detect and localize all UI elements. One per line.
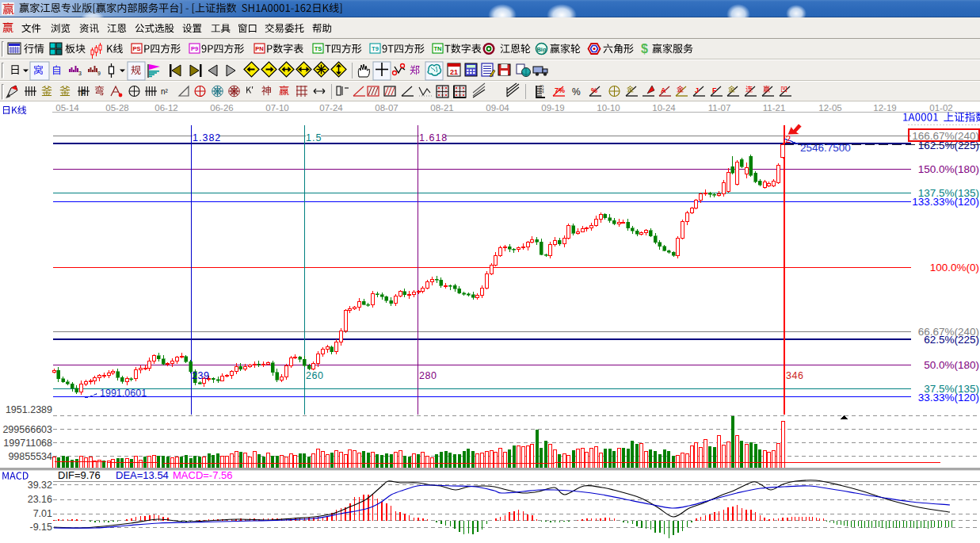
- svg-text:21: 21: [450, 68, 458, 76]
- svg-text:05-14: 05-14: [55, 103, 79, 113]
- svg-text:08-07: 08-07: [375, 103, 398, 113]
- svg-text:280: 280: [419, 370, 437, 381]
- svg-text:TN: TN: [434, 45, 442, 52]
- svg-text:239: 239: [192, 370, 209, 381]
- svg-text:7%: 7%: [555, 86, 565, 94]
- svg-text:1951.2389: 1951.2389: [6, 404, 52, 415]
- svg-text:09-04: 09-04: [486, 103, 509, 113]
- svg-text:DEA=13.54: DEA=13.54: [116, 469, 169, 481]
- svg-text:09-19: 09-19: [541, 103, 564, 113]
- svg-text:$: $: [641, 42, 648, 55]
- svg-text:346: 346: [786, 370, 803, 381]
- svg-text:1991.0601: 1991.0601: [100, 388, 147, 399]
- svg-text:08-21: 08-21: [430, 103, 453, 113]
- svg-text:133.33%(120): 133.33%(120): [912, 196, 979, 208]
- svg-text:n²: n²: [161, 87, 169, 96]
- svg-text:-9.15: -9.15: [30, 522, 53, 533]
- svg-text:07-10: 07-10: [265, 103, 288, 113]
- svg-text:299566603: 299566603: [2, 424, 52, 435]
- svg-text:11-07: 11-07: [708, 103, 731, 113]
- svg-text:100.0%(0): 100.0%(0): [930, 262, 979, 273]
- svg-text:199711068: 199711068: [3, 438, 52, 449]
- svg-text:3: 3: [78, 71, 82, 76]
- svg-text:1.5: 1.5: [306, 132, 322, 143]
- svg-text:150.0%(180): 150.0%(180): [918, 163, 979, 175]
- svg-text:12-19: 12-19: [873, 103, 896, 113]
- svg-text:DIF=9.76: DIF=9.76: [58, 469, 101, 481]
- svg-text:10-24: 10-24: [652, 103, 676, 113]
- svg-text:01-02: 01-02: [929, 103, 952, 113]
- svg-text:%: %: [591, 86, 597, 94]
- svg-text:7.01: 7.01: [33, 508, 52, 519]
- svg-text:PN: PN: [255, 45, 263, 52]
- svg-text:99855534: 99855534: [8, 451, 52, 462]
- svg-text:T9: T9: [372, 45, 379, 52]
- svg-text:2: 2: [786, 134, 791, 145]
- svg-text:TS: TS: [315, 45, 322, 52]
- svg-text:12-05: 12-05: [818, 103, 841, 113]
- svg-text:39.32: 39.32: [28, 480, 52, 491]
- svg-text:F: F: [712, 86, 717, 94]
- svg-text:J: J: [695, 86, 699, 94]
- svg-text:1.382: 1.382: [193, 132, 221, 143]
- svg-text:2546.7500: 2546.7500: [800, 142, 851, 154]
- svg-text:260: 260: [306, 370, 323, 381]
- svg-text:62.5%(225): 62.5%(225): [924, 334, 979, 346]
- svg-text:MACD=-7.56: MACD=-7.56: [173, 469, 233, 481]
- svg-text:123: 123: [539, 85, 544, 94]
- svg-text:33.33%(120): 33.33%(120): [918, 392, 979, 403]
- svg-text:05-28: 05-28: [105, 103, 128, 113]
- svg-text:07-24: 07-24: [319, 103, 343, 113]
- svg-text:11-21: 11-21: [763, 103, 786, 113]
- svg-text:F: F: [81, 89, 86, 98]
- svg-text:23.16: 23.16: [28, 494, 52, 505]
- svg-text:10-10: 10-10: [597, 103, 620, 113]
- svg-text:%: %: [572, 86, 581, 98]
- svg-text:Big: Big: [536, 46, 547, 53]
- svg-text:50.0%(180): 50.0%(180): [924, 359, 979, 371]
- svg-text:1.618: 1.618: [419, 132, 448, 143]
- svg-text:A: A: [661, 86, 666, 94]
- svg-text:9: 9: [97, 71, 101, 76]
- svg-text:06-12: 06-12: [154, 103, 177, 113]
- svg-text:P9: P9: [191, 45, 198, 52]
- svg-text:PS: PS: [132, 45, 140, 52]
- svg-text:06-26: 06-26: [210, 103, 233, 113]
